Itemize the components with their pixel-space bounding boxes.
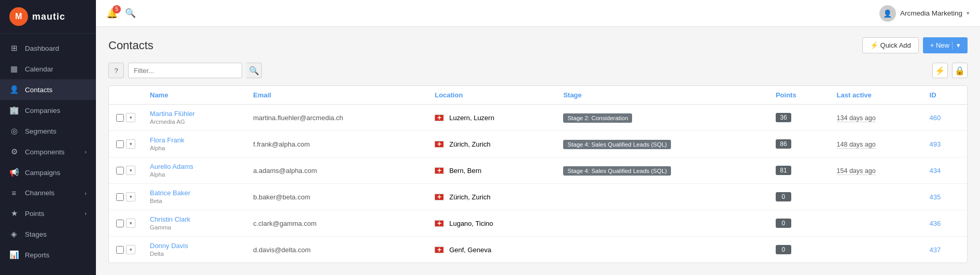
contact-email-cell: martina.fluehler@arcmedia.ch <box>246 105 427 131</box>
points-icon: ★ <box>9 209 19 218</box>
sidebar-item-components[interactable]: ⚙ Components › <box>0 141 96 162</box>
sidebar-item-calendar[interactable]: ▦ Calendar <box>0 59 96 79</box>
stage-badge: Stage 4: Sales Qualified Leads (SQL) <box>563 140 671 149</box>
notification-bell[interactable]: 🔔 5 <box>106 8 118 19</box>
row-action-dropdown[interactable]: ▾ <box>126 192 135 201</box>
sidebar-item-reports[interactable]: 📊 Reports <box>0 244 96 265</box>
contact-name-cell: Christin Clark Gamma <box>143 210 246 237</box>
sidebar-item-stages[interactable]: ◈ Stages <box>0 224 96 244</box>
contact-id-cell: 436 <box>922 210 967 237</box>
contact-name-link[interactable]: Aurelio Adams <box>150 163 239 170</box>
stage-badge: Stage 4: Sales Qualified Leads (SQL) <box>563 166 671 176</box>
filter-search-button[interactable]: 🔍 <box>246 63 262 78</box>
contact-company: Delta <box>150 251 164 257</box>
contact-name-link[interactable]: Christin Clark <box>150 215 239 223</box>
quick-add-button[interactable]: ⚡ Quick Add <box>862 37 919 53</box>
last-active-link[interactable]: 148 days ago <box>837 141 876 149</box>
header-email[interactable]: Email <box>246 86 427 105</box>
sidebar-item-companies[interactable]: 🏢 Companies <box>0 100 96 121</box>
contacts-icon: 👤 <box>9 85 19 94</box>
contact-stage-cell: Stage 4: Sales Qualified Leads (SQL) <box>556 157 768 184</box>
header-id[interactable]: ID <box>922 86 967 105</box>
contact-id-link[interactable]: 436 <box>930 220 941 227</box>
row-action-dropdown[interactable]: ▾ <box>126 166 135 175</box>
row-select-checkbox[interactable] <box>116 193 124 201</box>
filter-bar: ? 🔍 ⚡ 🔒 <box>108 63 968 78</box>
contact-name-link[interactable]: Martina Flühler <box>150 110 239 118</box>
contact-email-link[interactable]: c.clark@gamma.com <box>253 220 316 227</box>
sidebar-item-campaigns[interactable]: 📢 Campaigns <box>0 162 96 183</box>
table-row: ▾ Martina Flühler Arcmedia AGmartina.flu… <box>109 105 967 131</box>
filter-input[interactable] <box>128 63 242 78</box>
sidebar-item-label: Calendar <box>25 65 53 73</box>
row-action-dropdown[interactable]: ▾ <box>126 245 135 254</box>
contact-email-link[interactable]: martina.fluehler@arcmedia.ch <box>253 114 343 122</box>
row-select-checkbox[interactable] <box>116 114 124 122</box>
row-select-checkbox[interactable] <box>116 246 124 254</box>
sidebar-item-segments[interactable]: ◎ Segments <box>0 121 96 141</box>
contact-name-cell: Batrice Baker Beta <box>143 184 246 210</box>
row-action-dropdown[interactable]: ▾ <box>126 219 135 228</box>
contact-id-link[interactable]: 435 <box>930 193 941 201</box>
header-last-active[interactable]: Last active <box>830 86 922 105</box>
header-stage[interactable]: Stage <box>556 86 768 105</box>
flag-icon-ch <box>435 114 444 121</box>
last-active-link[interactable]: 154 days ago <box>837 167 876 175</box>
location-text: Bern, Bern <box>449 167 481 175</box>
contact-id-cell: 435 <box>922 184 967 210</box>
contact-company: Alpha <box>150 171 165 178</box>
contact-id-link[interactable]: 437 <box>930 246 941 254</box>
row-select-checkbox[interactable] <box>116 167 124 175</box>
location-text: Luzern, Luzern <box>449 114 494 122</box>
flag-icon-ch <box>435 247 444 253</box>
table-header: Name Email Location Stage Points Last ac… <box>109 86 967 105</box>
sidebar-item-points[interactable]: ★ Points › <box>0 203 96 224</box>
contact-id-link[interactable]: 434 <box>930 167 941 175</box>
new-button[interactable]: + New ▾ <box>923 37 968 53</box>
filter-help-button[interactable]: ? <box>108 63 124 78</box>
points-badge: 0 <box>776 192 791 201</box>
row-action-dropdown[interactable]: ▾ <box>126 139 135 149</box>
new-button-label: + New <box>930 41 949 49</box>
contact-id-cell: 437 <box>922 237 967 263</box>
contact-name-link[interactable]: Donny Davis <box>150 242 239 250</box>
contact-email-link[interactable]: f.frank@alpha.com <box>253 140 310 148</box>
contact-id-cell: 434 <box>922 157 967 184</box>
header-points[interactable]: Points <box>768 86 830 105</box>
search-icon[interactable]: 🔍 <box>125 8 136 19</box>
campaigns-icon: 📢 <box>9 168 19 177</box>
contact-id-link[interactable]: 460 <box>930 114 941 122</box>
location-wrapper: Lugano, Ticino <box>435 220 549 227</box>
filter-action-icon-1[interactable]: ⚡ <box>932 63 948 78</box>
sidebar-item-contacts[interactable]: 👤 Contacts <box>0 79 96 100</box>
contact-name-link[interactable]: Batrice Baker <box>150 189 239 197</box>
user-name: Arcmedia Marketing <box>900 9 962 17</box>
filter-action-icon-2[interactable]: 🔒 <box>952 63 968 78</box>
contact-id-link[interactable]: 493 <box>930 140 941 148</box>
last-active-link[interactable]: 134 days ago <box>837 114 876 122</box>
row-checkbox-cell: ▾ <box>109 237 143 263</box>
row-select-checkbox[interactable] <box>116 140 124 148</box>
header-location[interactable]: Location <box>427 86 556 105</box>
row-select-checkbox[interactable] <box>116 220 124 227</box>
contact-email-link[interactable]: b.baker@beta.com <box>253 193 310 201</box>
sidebar: M mautic ⊞ Dashboard ▦ Calendar 👤 Contac… <box>0 0 96 275</box>
new-button-dropdown[interactable]: ▾ <box>952 41 960 49</box>
contact-name-link[interactable]: Flora Frank <box>150 136 239 144</box>
table-row: ▾ Flora Frank Alphaf.frank@alpha.com Zür… <box>109 131 967 157</box>
sidebar-item-channels[interactable]: ≡ Channels › <box>0 183 96 203</box>
location-wrapper: Zürich, Zurich <box>435 140 549 148</box>
contact-points-cell: 0 <box>768 184 830 210</box>
row-action-dropdown[interactable]: ▾ <box>126 113 135 122</box>
location-text: Zürich, Zurich <box>449 140 490 148</box>
contact-last-active-cell <box>830 237 922 263</box>
sidebar-item-dashboard[interactable]: ⊞ Dashboard <box>0 38 96 59</box>
sidebar-item-label: Campaigns <box>25 169 60 177</box>
contact-points-cell: 86 <box>768 131 830 157</box>
contact-email-link[interactable]: d.davis@delta.com <box>253 246 311 254</box>
contact-email-link[interactable]: a.adams@alpha.com <box>253 167 317 175</box>
header-name[interactable]: Name <box>143 86 246 105</box>
user-menu[interactable]: 👤 Arcmedia Marketing ▾ <box>879 5 970 22</box>
sidebar-item-label: Dashboard <box>25 45 59 52</box>
location-wrapper: Luzern, Luzern <box>435 114 549 122</box>
